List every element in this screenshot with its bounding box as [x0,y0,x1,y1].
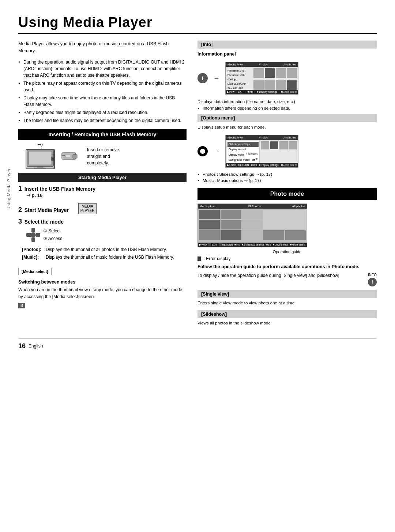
music-desc: Displays the thumbnail of music folders … [46,254,187,261]
svg-text:USB: USB [51,153,54,155]
thumbnails-grid [253,68,297,91]
starting-header: Starting Media Player [18,173,187,182]
mode-table: [Photos]: Displays the thumbnail of all … [22,247,187,261]
options-screen-header: MediaplayerPhotosAll photos [226,135,298,140]
follow-guide-text: Follow the operation guide to perform av… [198,263,377,270]
options-bullet2: Music : Music options ⇒ (p. 17) [198,178,377,183]
bullet-5: The folder and file names may be differe… [18,117,187,124]
step-1: 1 Insert the USB Flash Memory ⇒ p. 16 [18,185,187,198]
slideshow-header: [Slideshow] [198,310,377,318]
info-icon: i [198,73,208,83]
screen-body: File name 1/70 File name 100-0001.jpg Da… [226,67,298,92]
thumb-7 [276,80,286,90]
two-col-layout: Media Player allows you to enjoy photo o… [18,41,377,327]
single-view-header: [Single view] [198,290,377,298]
step-1-sub: ⇒ p. 16 [26,193,187,198]
photos-mode-row: [Photos]: Displays the thumbnail of all … [22,247,187,253]
options-footer: ▶SelectRETURN■Info■Display settings■Medi… [226,163,298,167]
intro-bullets: During the operation, audio signal is ou… [18,59,187,124]
photos-desc: Displays the thumbnail of all photos in … [46,247,187,253]
right-column: [Info] Information panel i → Mediaplayer… [198,41,377,327]
photo-screen-header: Media player 🖼 Photos All photos [198,204,307,209]
to-display-row: To display / hide the operation guide du… [198,272,377,286]
slideshow-desc: Views all photos in the slideshow mode [198,320,377,326]
page-language: English [29,343,43,349]
photo-screen-footer: ▶View⬛EXIT⬛RETURN■Info■Slideshow setting… [198,243,307,247]
info-icon-row: i → Mediaplayer Photos All photos File n… [198,60,377,97]
bullet-3: Display may take some time when there ar… [18,95,187,108]
options-header: [Options menu] [198,114,377,122]
thumb-2 [264,68,275,78]
svg-rect-9 [65,155,71,157]
step-3-num: 3 [18,218,22,225]
select-icon-row: ① Select ② Access [26,227,187,243]
error-text: : Error display [204,256,231,261]
bullet-1: During the operation, audio signal is ou… [18,59,187,79]
select-steps-text: ① Select ② Access [43,227,62,243]
thumb-5 [253,80,264,90]
tv-svg: ⬛ USB [26,147,54,171]
screen-footer: ▶ViewEXIT■Info■ Display settings■Media s… [226,90,298,94]
switching-modes-body: When you are in the thumbnail view of an… [18,286,187,300]
to-display-text: To display / hide the operation guide du… [198,272,364,279]
error-row: ! : Error display [198,256,377,261]
error-box: ! [198,256,201,261]
tv-box: ⬛ USB [26,149,55,169]
svg-rect-8 [73,155,77,158]
info-screen-mock: Mediaplayer Photos All photos File name … [225,62,298,95]
insert-text: Insert or remove straight and completely… [87,147,119,166]
b-button: B [18,303,25,308]
svg-text:⬛: ⬛ [52,157,54,160]
info-label: INFO [368,272,377,278]
bullet-4: Partly degraded files might be displayed… [18,109,187,116]
step-1-title: Insert the USB Flash Memory [25,186,96,192]
tv-image: TV [26,144,55,169]
step-3: 3 Select the mode ① Select ② Access [18,218,187,243]
step-2: 2 Start Media Player MEDIAPLAYER [18,202,187,214]
step-1-num: 1 [18,185,22,192]
thumb-3 [276,68,286,78]
media-player-button[interactable]: MEDIAPLAYER [78,203,97,214]
info-bullet1: Information differs depending on selecte… [198,106,377,110]
bottom-bar: 16 English [18,338,377,350]
thumb-4 [287,68,297,78]
page-container: Using Media Player Using Media Player Me… [18,15,377,350]
options-bullet1: Photos : Slideshow settings ⇒ (p. 17) [198,172,377,177]
screen-sidebar: File name 1/70 File name 100-0001.jpg Da… [227,68,252,91]
thumb-6 [264,80,275,90]
svg-rect-3 [29,151,52,164]
music-mode-row: [Music]: Displays the thumbnail of music… [22,254,187,261]
photo-grid [198,209,307,241]
usb-drive-svg: → [60,147,82,166]
dpad-icon [26,228,40,242]
info-subheader: Information panel [198,52,377,57]
intro-text: Media Player allows you to enjoy photo o… [18,41,187,54]
switching-modes-title: Switching between modes [18,280,187,285]
info-desc1: Displays data information (file name, da… [198,99,377,105]
thumb-1 [253,68,264,78]
music-label: [Music]: [22,254,46,261]
info-header: [Info] [198,41,377,49]
media-select-box: [Media select] [18,268,52,275]
usb-illustration: TV [26,144,187,169]
sidebar-label: Using Media Player [7,168,11,209]
single-view-desc: Enters single view mode to view photo on… [198,300,377,306]
options-arrow-icon: → [213,147,220,155]
options-icon-row: → MediaplayerPhotosAll photos Slideshow … [198,133,377,170]
screen-header: Mediaplayer Photos All photos [226,62,298,67]
step-2-title: Start Media Player [25,207,69,213]
bullet-2: The picture may not appear correctly on … [18,80,187,93]
photo-mode-header: Photo mode [198,188,377,200]
page-title: Using Media Player [18,15,377,34]
inserting-header: Inserting / Removing the USB Flash Memor… [18,129,187,140]
svg-rect-1 [34,167,46,168]
op-guide-label: Operation guide [198,250,377,254]
step-3-title: Select the mode [25,219,64,225]
page-number: 16 [18,342,26,350]
photo-mode-screen: Media player 🖼 Photos All photos [198,204,307,247]
photos-label: [Photos]: [22,247,46,253]
svg-text:→: → [61,152,66,158]
arrow-right-icon: → [213,75,220,82]
step-2-num: 2 [18,206,22,213]
thumb-8 [287,80,297,90]
